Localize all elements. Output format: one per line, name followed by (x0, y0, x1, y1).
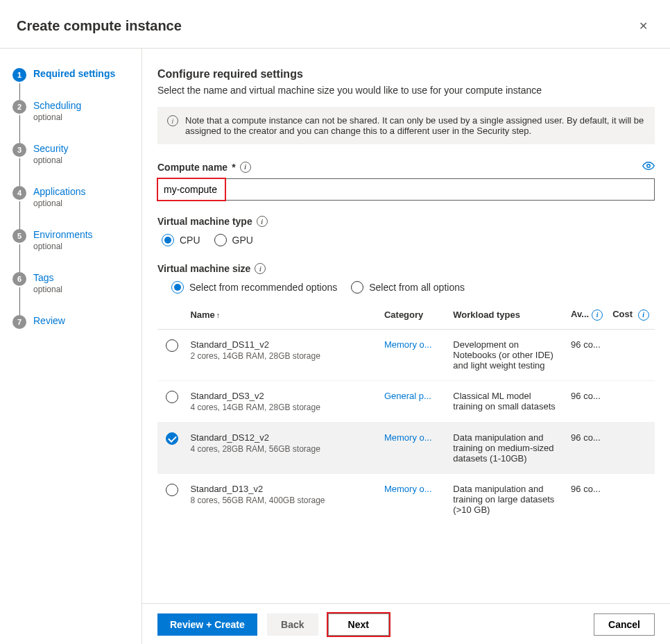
info-icon: i (167, 115, 178, 126)
wizard-step-scheduling[interactable]: 2 Scheduling optional (12, 100, 141, 143)
table-row[interactable]: Standard_DS3_v24 cores, 14GB RAM, 28GB s… (157, 380, 655, 422)
wizard-label: Environments (33, 229, 141, 240)
section-heading: Configure required settings (157, 68, 655, 80)
wizard-label: Scheduling (33, 100, 141, 111)
wizard-label: Security (33, 143, 141, 154)
info-icon[interactable]: i (255, 263, 266, 274)
vm-spec: 2 cores, 14GB RAM, 28GB storage (190, 351, 376, 361)
vm-cost (608, 329, 655, 380)
wizard-label: Review (33, 315, 141, 326)
col-header-name[interactable]: Name↑ (186, 303, 380, 329)
wizard-step-applications[interactable]: 4 Applications optional (12, 186, 141, 229)
vm-spec: 4 cores, 28GB RAM, 56GB storage (190, 444, 376, 454)
compute-name-label: Compute name * i (157, 162, 251, 173)
step-number-icon: 7 (12, 315, 26, 329)
wizard-sublabel: optional (33, 112, 141, 122)
vm-availability: 96 co... (567, 380, 608, 422)
vm-workload: Development on Notebooks (or other IDE) … (449, 329, 567, 380)
step-number-icon: 3 (12, 143, 26, 157)
vm-size-recommended-radio[interactable]: Select from recommended options (171, 281, 337, 294)
wizard-label: Required settings (33, 68, 141, 79)
col-header-category[interactable]: Category (380, 303, 449, 329)
compute-name-input[interactable] (157, 178, 655, 201)
vm-type-gpu-radio[interactable]: GPU (214, 234, 253, 246)
vm-spec: 4 cores, 14GB RAM, 28GB storage (190, 402, 376, 412)
svg-point-0 (647, 164, 651, 168)
col-header-availability[interactable]: Av...i (567, 303, 608, 329)
radio-label: CPU (180, 235, 200, 246)
info-note-text: Note that a compute instance can not be … (185, 115, 645, 136)
info-icon[interactable]: i (638, 310, 649, 321)
table-row[interactable]: Standard_DS11_v22 cores, 14GB RAM, 28GB … (157, 329, 655, 380)
info-note: i Note that a compute instance can not b… (157, 107, 655, 144)
vm-category-link[interactable]: Memory o... (384, 484, 432, 494)
cancel-button[interactable]: Cancel (594, 613, 655, 636)
vm-name: Standard_DS12_v2 (190, 432, 376, 443)
row-select-radio[interactable] (166, 339, 178, 352)
vm-cost (608, 380, 655, 422)
wizard-step-review[interactable]: 7 Review (12, 315, 141, 326)
step-number-icon: 6 (12, 272, 26, 286)
vm-availability: 96 co... (567, 473, 608, 525)
table-row[interactable]: Standard_D13_v28 cores, 56GB RAM, 400GB … (157, 473, 655, 525)
vm-type-label: Virtual machine type i (157, 216, 655, 227)
vm-name: Standard_DS3_v2 (190, 391, 376, 401)
wizard-step-security[interactable]: 3 Security optional (12, 143, 141, 186)
vm-type-cpu-radio[interactable]: CPU (162, 234, 200, 246)
vm-size-label: Virtual machine size i (157, 263, 655, 274)
vm-workload: Classical ML model training on small dat… (449, 380, 567, 422)
col-header-workload[interactable]: Workload types (449, 303, 567, 329)
page-title: Create compute instance (17, 18, 182, 34)
vm-name: Standard_D13_v2 (190, 484, 376, 494)
wizard-label: Applications (33, 186, 141, 197)
review-create-button[interactable]: Review + Create (157, 613, 257, 636)
radio-icon (351, 281, 363, 294)
wizard-sublabel: optional (33, 242, 141, 251)
table-row[interactable]: Standard_DS12_v24 cores, 28GB RAM, 56GB … (157, 422, 655, 473)
vm-spec: 8 cores, 56GB RAM, 400GB storage (190, 495, 376, 505)
vm-workload: Data manipulation and training on medium… (449, 422, 567, 473)
vm-availability: 96 co... (567, 422, 608, 473)
back-button[interactable]: Back (267, 613, 318, 636)
row-select-radio[interactable] (166, 391, 178, 403)
vm-cost (608, 422, 655, 473)
vm-category-link[interactable]: General p... (384, 391, 431, 401)
vm-workload: Data manipulation and training on large … (449, 473, 567, 525)
vm-size-all-radio[interactable]: Select from all options (351, 281, 465, 294)
wizard-step-required-settings[interactable]: 1 Required settings (12, 68, 141, 100)
row-select-radio[interactable] (166, 432, 178, 445)
row-select-radio[interactable] (166, 484, 178, 496)
sort-asc-icon: ↑ (216, 311, 221, 319)
wizard-label: Tags (33, 272, 141, 283)
info-icon[interactable]: i (592, 310, 603, 321)
wizard-sublabel: optional (33, 155, 141, 165)
step-number-icon: 1 (12, 68, 26, 82)
wizard-footer: Review + Create Back Next Cancel (142, 603, 670, 644)
wizard-nav: 1 Required settings 2 Scheduling optiona… (0, 49, 142, 644)
radio-icon (171, 281, 184, 294)
vm-category-link[interactable]: Memory o... (384, 339, 432, 350)
radio-label: Select from recommended options (189, 282, 337, 293)
preview-icon[interactable] (642, 160, 655, 174)
info-icon[interactable]: i (257, 216, 268, 227)
info-icon[interactable]: i (240, 162, 251, 173)
vm-availability: 96 co... (567, 329, 608, 380)
wizard-step-tags[interactable]: 6 Tags optional (12, 272, 141, 315)
wizard-step-environments[interactable]: 5 Environments optional (12, 229, 141, 272)
close-button[interactable]: ✕ (633, 17, 653, 35)
radio-label: GPU (232, 235, 253, 246)
next-button[interactable]: Next (328, 613, 389, 636)
radio-icon (214, 234, 227, 246)
wizard-sublabel: optional (33, 198, 141, 208)
vm-name: Standard_DS11_v2 (190, 339, 376, 350)
section-subtitle: Select the name and virtual machine size… (157, 85, 655, 96)
vm-cost (608, 473, 655, 525)
col-header-cost[interactable]: Cost i (608, 303, 655, 329)
vm-category-link[interactable]: Memory o... (384, 432, 432, 443)
wizard-sublabel: optional (33, 285, 141, 294)
step-number-icon: 2 (12, 100, 26, 114)
step-number-icon: 4 (12, 186, 26, 200)
radio-label: Select from all options (369, 282, 465, 293)
step-number-icon: 5 (12, 229, 26, 243)
radio-icon (162, 234, 174, 246)
